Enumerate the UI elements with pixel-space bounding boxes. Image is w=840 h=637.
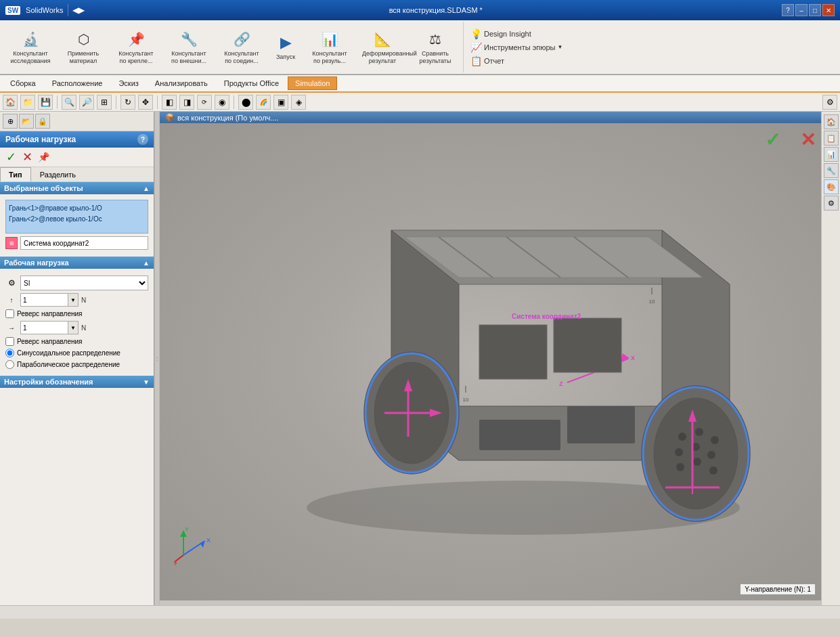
reverse2-row: Реверс направления: [5, 337, 148, 346]
unit-select[interactable]: SI CGS IPS MKS: [20, 276, 148, 290]
right-icon-home[interactable]: 🏠: [824, 114, 839, 129]
tab-razdelit[interactable]: Разделить: [31, 167, 85, 181]
tb2-view2[interactable]: ◨: [179, 95, 194, 110]
reverse1-checkbox[interactable]: [5, 309, 14, 318]
tb2-zoom-out[interactable]: 🔎: [79, 95, 94, 110]
tb2-fit[interactable]: ⊞: [97, 95, 112, 110]
value1-dropdown-btn[interactable]: ▼: [68, 293, 79, 307]
tb2-extra2[interactable]: ◈: [291, 95, 306, 110]
menu-eskiz[interactable]: Эскиз: [111, 76, 146, 90]
tb2-pan[interactable]: ✥: [138, 95, 153, 110]
right-icon-gear[interactable]: ⚙: [824, 196, 839, 211]
working-load-collapse[interactable]: ▲: [143, 259, 150, 267]
panel-title-bar: Рабочая нагрузка ?: [0, 131, 154, 148]
view-header: 📦 вся конструкция (По умолч....: [160, 112, 821, 123]
selected-objects-collapse[interactable]: ▲: [143, 185, 150, 192]
tb2-btn-3[interactable]: 💾: [38, 95, 53, 110]
tb2-btn-2[interactable]: 📁: [20, 95, 35, 110]
secondary-toolbar: 🏠 📁 💾 🔍 🔎 ⊞ ↻ ✥ ◧ ◨ ⟳ ◉ ⬤ 🌈 ▣ ◈ ⚙: [0, 93, 840, 112]
reverse2-checkbox[interactable]: [5, 337, 14, 346]
viewport-checkmark[interactable]: ✓: [765, 129, 780, 151]
notation-settings-header[interactable]: Настройки обозначения ▼: [0, 376, 154, 388]
menu-raspolozenie[interactable]: Расположение: [45, 76, 110, 90]
minimize-btn[interactable]: –: [795, 4, 808, 16]
value2-dropdown-btn[interactable]: ▼: [68, 321, 79, 334]
help-btn[interactable]: ?: [782, 4, 794, 16]
notation-collapse[interactable]: ▼: [143, 378, 150, 386]
right-icon-chart[interactable]: 📊: [824, 147, 839, 162]
value2-input[interactable]: [20, 321, 68, 334]
view-canvas[interactable]: X Y Z 10 10 10 10: [160, 123, 821, 600]
value1-input[interactable]: [20, 293, 68, 307]
hole-2: [695, 428, 703, 436]
parabolic-radio[interactable]: [5, 360, 14, 369]
tb2-rotate[interactable]: ↻: [120, 95, 135, 110]
close-btn[interactable]: ✕: [822, 4, 835, 16]
konsultant-vneshni-btn[interactable]: 🔧 Консультант по внешни...: [164, 22, 214, 72]
toolbar-nav-left[interactable]: ◀: [72, 5, 79, 15]
menu-simulation[interactable]: Simulation: [288, 76, 337, 90]
main-layout: ⊕ 📂 🔒 Рабочая нагрузка ? ✓ ✕ 📌 Тип Разде…: [0, 112, 840, 605]
selected-object-1[interactable]: Грань<1>@правое крыло-1/О: [9, 203, 145, 214]
unit-icon: ⚙: [5, 277, 18, 289]
value2-input-group: ▼: [20, 321, 79, 334]
selected-objects-header[interactable]: Выбранные объекты ▲: [0, 182, 154, 194]
compare-results-btn[interactable]: ⚖ Сравнить результаты: [410, 22, 460, 72]
selected-object-2[interactable]: Грань<2>@левое крыло-1/Ос: [9, 214, 145, 225]
right-icon-tool[interactable]: 🔧: [824, 163, 839, 178]
panel-icon-1[interactable]: ⊕: [3, 114, 18, 129]
tb2-view1[interactable]: ◧: [162, 95, 177, 110]
tb2-sphere[interactable]: ⬤: [238, 95, 253, 110]
zapusk-btn[interactable]: ▶ Запуск: [269, 22, 302, 72]
panel-tabs: Тип Разделить: [0, 167, 154, 182]
panel-title-text: Рабочая нагрузка: [5, 135, 76, 144]
unit-selector-row: ⚙ SI CGS IPS MKS: [5, 276, 148, 290]
menu-sborka[interactable]: Сборка: [3, 76, 43, 90]
panel-ok-btn[interactable]: ✓: [4, 150, 18, 164]
deform-result-btn[interactable]: 📐 Деформированный результат: [357, 22, 407, 72]
apply-material-btn[interactable]: ⬡ Применить материал: [58, 22, 108, 72]
working-load-header[interactable]: Рабочая нагрузка ▲: [0, 257, 154, 269]
panel-divider[interactable]: ⋮: [154, 112, 160, 605]
toolbar-nav-right[interactable]: ▶: [79, 5, 85, 15]
tb2-extra1[interactable]: ▣: [273, 95, 288, 110]
konsultant-soedin-btn[interactable]: 🔗 Консультант по соедин...: [217, 22, 267, 72]
coord-system-input[interactable]: [20, 236, 148, 250]
tools-epure-btn[interactable]: 📈 Инструменты эпюры ▼: [470, 42, 562, 53]
panel-icon-2[interactable]: 📂: [19, 114, 34, 129]
menu-produkty[interactable]: Продукты Office: [217, 76, 286, 90]
value1-row: ↑ ▼ N: [5, 293, 148, 307]
konsultant-rezult-btn[interactable]: 📊 Консультант по резуль...: [305, 22, 355, 72]
window-title: вся конструкция.SLDASM *: [90, 6, 782, 14]
panel-icon-3[interactable]: 🔒: [35, 114, 50, 129]
panel-cancel-btn[interactable]: ✕: [20, 150, 34, 164]
cutout-2: [567, 406, 635, 443]
viewport-x-btn[interactable]: ✕: [800, 129, 816, 151]
tb2-settings[interactable]: ⚙: [822, 95, 837, 110]
unit2-label: N: [81, 324, 86, 332]
hole-7: [676, 463, 684, 471]
right-icon-files[interactable]: 📋: [824, 131, 839, 146]
3d-model: X Y Z 10 10 10 10: [269, 176, 777, 548]
tab-tip[interactable]: Тип: [0, 167, 31, 181]
window-controls[interactable]: ? – □ ✕: [782, 4, 835, 16]
tb2-view3[interactable]: ⟳: [197, 95, 212, 110]
sinusoidal-radio[interactable]: [5, 349, 14, 357]
menu-analizirovit[interactable]: Анализировать: [148, 76, 215, 90]
konsultant-vneshni-label: Консультант по внешни...: [169, 50, 209, 65]
maximize-btn[interactable]: □: [809, 4, 821, 16]
tb2-btn-1[interactable]: 🏠: [3, 95, 18, 110]
right-icon-palette[interactable]: 🎨: [824, 179, 839, 194]
panel-pin-btn[interactable]: 📌: [37, 150, 50, 164]
tb2-view4[interactable]: ◉: [215, 95, 229, 110]
tb2-color[interactable]: 🌈: [256, 95, 271, 110]
konsultant-issledovaniya-btn[interactable]: 🔬 Консультант исследования: [5, 22, 56, 72]
panel-help-btn[interactable]: ?: [137, 134, 148, 145]
report-btn[interactable]: 📋 Отчет: [470, 56, 562, 66]
view-icon: 📦: [165, 113, 175, 122]
design-insight-icon: 💡: [470, 28, 482, 39]
model-svg: X Y Z 10 10 10 10: [269, 176, 777, 548]
design-insight-btn[interactable]: 💡 Design Insight: [470, 28, 562, 39]
tb2-zoom-in[interactable]: 🔍: [62, 95, 76, 110]
konsultant-kreple-btn[interactable]: 📌 Консультант по крепле...: [111, 22, 161, 72]
